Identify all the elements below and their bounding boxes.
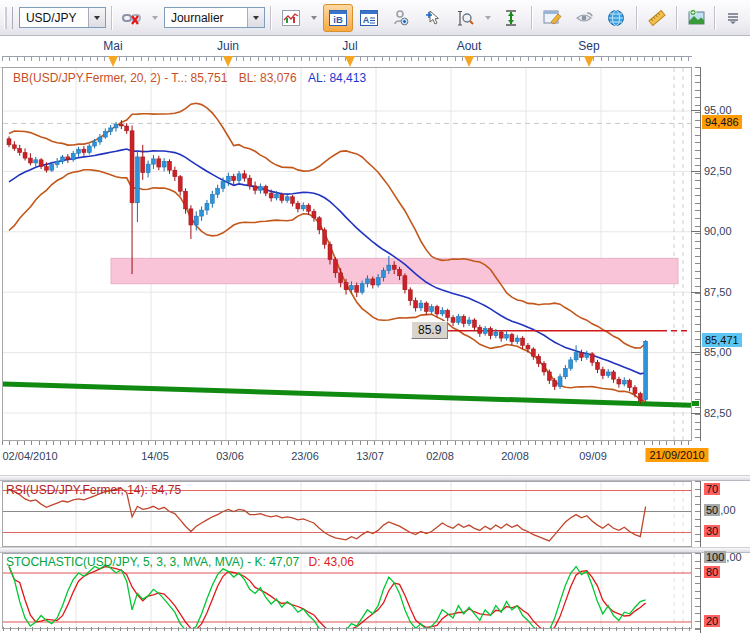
date-axis-label: 14/05 — [141, 450, 169, 462]
timeframe-value: Journalier — [165, 11, 247, 25]
toolbar-separator — [676, 6, 677, 30]
stochastic-axis-ruler — [700, 553, 701, 633]
rsi-axis-label: 30 — [704, 525, 720, 537]
price-axis-major-tick — [691, 171, 701, 172]
fit-vertical-icon — [503, 9, 519, 27]
date-axis-label: 09/09 — [579, 450, 607, 462]
user-zoom-button[interactable] — [386, 4, 416, 32]
fit-vertical-button[interactable] — [497, 4, 527, 32]
chart-type-button[interactable] — [276, 4, 306, 32]
price-badge: 85,471 — [702, 333, 742, 347]
price-axis-major-tick — [691, 231, 701, 232]
link-dropdown-button[interactable] — [149, 5, 162, 31]
date-axis-label: 23/06 — [291, 450, 319, 462]
rsi-panel[interactable]: RSI(USD/JPY.Fermer, 14): 54,75 — [2, 481, 692, 547]
rsi-axis-label: 50,00 — [704, 504, 736, 516]
bollinger-header: BB(USD/JPY.Fermer, 20, 2) - T..: 85,751 … — [13, 71, 366, 85]
price-chart-canvas[interactable] — [3, 68, 691, 440]
toolbar: USD/JPY Journalier — [0, 0, 750, 36]
ruler-icon — [647, 9, 667, 27]
month-marker-icon — [584, 56, 594, 67]
chart-type-icon — [282, 10, 300, 26]
month-label: Aout — [457, 39, 482, 53]
chart-application: USD/JPY Journalier — [0, 0, 750, 633]
price-axis-major-tick — [691, 352, 701, 353]
trendline-extension — [692, 401, 699, 406]
date-axis-ticks — [2, 441, 692, 445]
svg-text:A: A — [363, 15, 370, 25]
add-image-button[interactable] — [682, 4, 712, 32]
price-axis-label: 90,00 — [704, 225, 732, 237]
bollinger-header-name: BB(USD/JPY.Fermer, 20, 2) - — [13, 71, 171, 85]
globe-button[interactable] — [601, 4, 631, 32]
link-break-button[interactable] — [117, 4, 147, 32]
draw-window-button[interactable] — [537, 4, 567, 32]
bollinger-middle-value: AL: 84,413 — [308, 71, 366, 85]
date-axis-label: 20/08 — [501, 450, 529, 462]
price-axis-major-tick — [691, 110, 701, 111]
toolbar-separator — [531, 6, 532, 30]
month-label: Mai — [103, 39, 122, 53]
stochastic-panel[interactable]: STOCHASTIC(USD/JPY, 5, 3, 3, MVA, MVA) -… — [2, 553, 692, 629]
menu-icon — [726, 11, 740, 25]
stochastic-d-label: D: 43,06 — [309, 555, 354, 569]
bollinger-bottom-value: BL: 83,076 — [239, 71, 297, 85]
toolbar-separator — [636, 6, 637, 30]
add-image-icon — [688, 9, 707, 26]
annotation-window-button[interactable]: A — [355, 4, 385, 32]
chevron-down-icon — [485, 16, 491, 20]
timeframe-dropdown-button[interactable] — [247, 8, 264, 27]
rsi-level-badge: 50 — [704, 504, 720, 516]
instrument-combo[interactable]: USD/JPY — [19, 7, 106, 28]
price-badge: 94,486 — [702, 115, 742, 129]
price-chart-panel[interactable]: BB(USD/JPY.Fermer, 20, 2) - T..: 85,751 … — [2, 67, 692, 441]
price-axis-major-tick — [691, 413, 701, 414]
price-axis-label: 82,50 — [704, 407, 732, 419]
measure-zoom-button[interactable] — [450, 4, 480, 32]
month-marker-icon — [345, 56, 355, 67]
price-level-annotation[interactable]: 85.9 — [411, 321, 448, 339]
instrument-dropdown-button[interactable] — [88, 8, 105, 27]
stochastic-axis-label: 80 — [704, 566, 720, 578]
price-axis-label: 85,00 — [704, 346, 732, 358]
annotation-window-icon: A — [360, 10, 378, 26]
bollinger-top-value: T..: 85,751 — [171, 71, 227, 85]
ruler-button[interactable] — [642, 4, 672, 32]
bollinger-window-button[interactable]: iB — [323, 4, 353, 32]
stochastic-axis: 100,008020 — [692, 553, 750, 633]
cursor-add-button[interactable] — [418, 4, 448, 32]
draw-window-icon — [543, 9, 562, 26]
month-marker-icon — [223, 56, 233, 67]
month-label: Juin — [217, 39, 239, 53]
stochastic-axis-label: 100,00 — [704, 551, 742, 563]
link-break-icon — [122, 10, 142, 26]
measure-dropdown-button[interactable] — [482, 5, 495, 31]
time-ruler: MaiJuinJulAoutSep — [0, 37, 750, 68]
price-axis-ruler — [700, 67, 701, 441]
date-axis-label: 13/07 — [356, 450, 384, 462]
rsi-axis-label: 70 — [704, 483, 720, 495]
price-axis: 95,0092,5090,0087,5085,0082,5094,48685,4… — [692, 67, 750, 441]
bollinger-window-icon: iB — [329, 10, 347, 26]
rsi-level-badge: 70 — [704, 483, 720, 495]
month-label: Jul — [342, 39, 357, 53]
stochastic-header: STOCHASTIC(USD/JPY, 5, 3, 3, MVA, MVA) -… — [6, 555, 354, 569]
visibility-button[interactable] — [569, 4, 599, 32]
toolbar-separator — [714, 6, 715, 30]
chevron-down-icon — [152, 16, 158, 20]
price-axis-label: 87,50 — [704, 286, 732, 298]
chevron-down-icon — [94, 16, 100, 20]
toolbar-separator — [270, 6, 271, 30]
price-axis-label: 92,50 — [704, 165, 732, 177]
globe-icon — [607, 9, 625, 27]
timeframe-combo[interactable]: Journalier — [164, 7, 265, 28]
chevron-down-icon — [311, 16, 317, 20]
chart-type-dropdown-button[interactable] — [308, 5, 321, 31]
chevron-down-icon — [253, 16, 259, 20]
visibility-icon — [575, 10, 594, 26]
rsi-header: RSI(USD/JPY.Fermer, 14): 54,75 — [6, 483, 181, 497]
toolbar-grip[interactable] — [4, 7, 13, 29]
toolbar-menu-button[interactable] — [720, 4, 746, 32]
stochastic-k-label: STOCHASTIC(USD/JPY, 5, 3, 3, MVA, MVA) -… — [6, 555, 299, 569]
user-zoom-icon — [392, 9, 410, 27]
